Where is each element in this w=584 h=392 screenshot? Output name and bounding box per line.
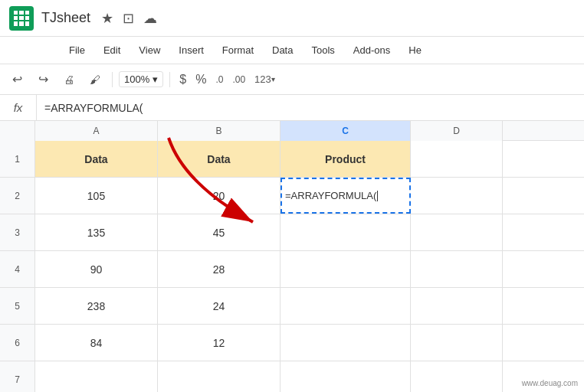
- table-row: 1 Data Data Product: [0, 141, 584, 178]
- cell-d4[interactable]: [411, 251, 503, 287]
- cell-a5[interactable]: 238: [35, 288, 158, 324]
- cell-b7[interactable]: [158, 361, 281, 392]
- col-header-d[interactable]: D: [411, 121, 503, 141]
- title-icons: ★ ⊡ ☁: [101, 10, 157, 27]
- cell-d1[interactable]: [411, 141, 503, 177]
- decimal2-btn[interactable]: .00: [229, 69, 248, 90]
- menu-format[interactable]: Format: [215, 41, 261, 59]
- cell-c1[interactable]: Product: [281, 141, 411, 177]
- decimal1-btn[interactable]: .0: [212, 69, 226, 90]
- toolbar-divider-1: [112, 72, 113, 87]
- cell-d3[interactable]: [411, 214, 503, 250]
- menu-data[interactable]: Data: [264, 41, 300, 59]
- table-row: 2 105 20 =ARRAYFORMULA(: [0, 178, 584, 214]
- zoom-selector[interactable]: 100% ▾: [119, 71, 163, 87]
- table-row: 7: [0, 361, 584, 392]
- cell-c3[interactable]: [281, 214, 411, 250]
- cell-a3[interactable]: 135: [35, 214, 158, 250]
- toolbar-divider-2: [169, 72, 170, 87]
- menu-tools[interactable]: Tools: [303, 41, 342, 59]
- table-row: 3 135 45: [0, 214, 584, 251]
- formula-display: =ARRAYFORMULA(: [285, 190, 378, 202]
- row-num-3: 3: [0, 214, 35, 250]
- column-headers: A B C D: [0, 121, 584, 141]
- table-row: 5 238 24: [0, 288, 584, 325]
- format-tools: $ % .0 .00 123▾: [176, 69, 278, 90]
- fx-icon: fx: [0, 95, 37, 120]
- cell-a6[interactable]: 84: [35, 325, 158, 361]
- cell-c4[interactable]: [281, 251, 411, 287]
- cell-c6[interactable]: [281, 325, 411, 361]
- cell-b6[interactable]: 12: [158, 325, 281, 361]
- paint-button[interactable]: 🖌: [84, 69, 106, 90]
- cell-b4[interactable]: 28: [158, 251, 281, 287]
- cell-d2[interactable]: [411, 178, 503, 214]
- data-rows: 1 Data Data Product 2 105 20 =ARRAYFORMU…: [0, 141, 584, 392]
- cell-d5[interactable]: [411, 288, 503, 324]
- cell-c5[interactable]: [281, 288, 411, 324]
- menu-edit[interactable]: Edit: [96, 41, 128, 59]
- cell-a1[interactable]: Data: [35, 141, 158, 177]
- app-title: TJsheet: [41, 10, 90, 26]
- table-row: 6 84 12: [0, 325, 584, 361]
- row-num-6: 6: [0, 325, 35, 361]
- col-header-b[interactable]: B: [158, 121, 281, 141]
- formula-bar: fx =ARRAYFORMULA(: [0, 95, 584, 121]
- menu-addons[interactable]: Add-ons: [346, 41, 398, 59]
- cell-b2[interactable]: 20: [158, 178, 281, 214]
- cell-d6[interactable]: [411, 325, 503, 361]
- cell-a4[interactable]: 90: [35, 251, 158, 287]
- cloud-icon[interactable]: ☁: [143, 10, 157, 27]
- star-icon[interactable]: ★: [101, 10, 113, 27]
- zoom-arrow: ▾: [153, 74, 158, 85]
- cell-c2[interactable]: =ARRAYFORMULA(: [281, 178, 411, 214]
- zoom-value: 100%: [124, 74, 149, 85]
- menu-file[interactable]: File: [61, 41, 93, 59]
- percent-btn[interactable]: %: [192, 69, 209, 90]
- watermark: www.deuag.com: [522, 379, 578, 387]
- toolbar: ↩ ↪ 🖨 🖌 100% ▾ $ % .0 .00 123▾: [0, 64, 584, 95]
- cell-b5[interactable]: 24: [158, 288, 281, 324]
- undo-button[interactable]: ↩: [6, 69, 28, 90]
- cell-b1[interactable]: Data: [158, 141, 281, 177]
- menu-help[interactable]: He: [401, 41, 429, 59]
- cell-a2[interactable]: 105: [35, 178, 158, 214]
- cell-b3[interactable]: 45: [158, 214, 281, 250]
- cell-d7[interactable]: [411, 361, 503, 392]
- cell-a7[interactable]: [35, 361, 158, 392]
- dollar-btn[interactable]: $: [176, 69, 189, 90]
- row-num-1: 1: [0, 141, 35, 177]
- formula-input[interactable]: =ARRAYFORMULA(: [37, 102, 584, 114]
- table-row: 4 90 28: [0, 251, 584, 288]
- save-icon[interactable]: ⊡: [123, 10, 134, 27]
- row-num-header: [0, 121, 35, 141]
- title-bar: TJsheet ★ ⊡ ☁: [0, 0, 584, 37]
- col-header-c[interactable]: C: [281, 121, 411, 141]
- cell-c7[interactable]: [281, 361, 411, 392]
- row-num-2: 2: [0, 178, 35, 214]
- row-num-4: 4: [0, 251, 35, 287]
- sheet-area: A B C D 1 Data Data Product 2 105 20 =AR…: [0, 121, 584, 392]
- col-header-a[interactable]: A: [35, 121, 158, 141]
- number-btn[interactable]: 123▾: [251, 69, 278, 90]
- menu-insert[interactable]: Insert: [171, 41, 212, 59]
- row-num-7: 7: [0, 361, 35, 392]
- row-num-5: 5: [0, 288, 35, 324]
- app-icon: [9, 6, 34, 31]
- print-button[interactable]: 🖨: [58, 69, 80, 90]
- menu-bar: File Edit View Insert Format Data Tools …: [0, 37, 584, 64]
- menu-view[interactable]: View: [131, 41, 168, 59]
- redo-button[interactable]: ↪: [32, 69, 54, 90]
